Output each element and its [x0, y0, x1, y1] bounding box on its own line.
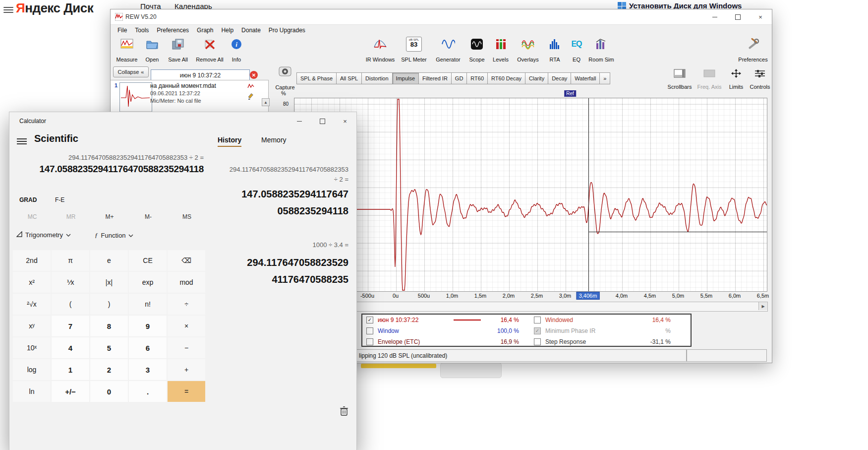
- function-dropdown[interactable]: ƒ Function: [95, 231, 133, 239]
- menu-pro-upgrades[interactable]: Pro Upgrades: [265, 27, 309, 34]
- yandex-logo[interactable]: Яндекс Диск: [16, 0, 93, 16]
- measurement-name[interactable]: на данный момент.mdat: [150, 82, 216, 89]
- key-subtract[interactable]: −: [168, 337, 205, 358]
- scroll-up-icon[interactable]: ▲: [262, 98, 270, 106]
- open-button[interactable]: Open: [141, 37, 163, 63]
- key-decimal[interactable]: .: [129, 381, 167, 402]
- menu-preferences[interactable]: Preferences: [153, 27, 193, 34]
- calculator-title-bar[interactable]: Calculator ×: [9, 112, 356, 130]
- tab-more[interactable]: »: [600, 72, 610, 84]
- freq-axis-button[interactable]: Freq. Axis: [694, 69, 724, 90]
- menu-icon[interactable]: [3, 5, 13, 13]
- ir-windows-button[interactable]: IR Windows: [365, 37, 396, 63]
- tab-decay[interactable]: Decay: [548, 72, 571, 84]
- info-button[interactable]: i Info: [228, 37, 245, 63]
- envelope-checkbox[interactable]: [366, 338, 373, 345]
- overlays-button[interactable]: Overlays: [514, 37, 542, 63]
- key-4[interactable]: 4: [52, 337, 89, 358]
- menu-graph[interactable]: Graph: [193, 27, 217, 34]
- trace-icon[interactable]: [247, 82, 254, 91]
- key-6[interactable]: 6: [129, 337, 167, 358]
- menu-tools[interactable]: Tools: [131, 27, 153, 34]
- collapse-button[interactable]: Collapse «: [113, 66, 149, 77]
- key-2nd[interactable]: 2nd: [13, 250, 51, 271]
- key-equals[interactable]: =: [168, 381, 205, 402]
- scroll-right-icon[interactable]: ▶: [758, 302, 767, 310]
- history-expression[interactable]: 294.117647058823529411764705882353: [230, 166, 348, 173]
- key-x-squared[interactable]: x²: [13, 272, 51, 293]
- close-icon[interactable]: ×: [334, 112, 356, 130]
- measurement-thumbnail[interactable]: [119, 82, 152, 116]
- windowed-checkbox[interactable]: [534, 317, 541, 323]
- rew-title-bar[interactable]: REW V5.20 ×: [111, 9, 772, 25]
- save-all-button[interactable]: Save All: [165, 37, 191, 63]
- trigonometry-dropdown[interactable]: Trigonometry: [16, 231, 71, 239]
- key-multiply[interactable]: ×: [168, 316, 205, 336]
- history-result[interactable]: 294.117647058823529: [247, 257, 348, 268]
- window-checkbox[interactable]: [366, 327, 373, 334]
- eq-button[interactable]: EQ EQ: [567, 37, 586, 63]
- remove-measurement-icon[interactable]: ✕: [250, 71, 258, 79]
- close-icon[interactable]: ×: [749, 9, 772, 24]
- history-result[interactable]: 147.0588235294117647: [241, 189, 348, 200]
- tab-gd[interactable]: GD: [452, 72, 467, 84]
- history-expression[interactable]: ÷ 2 =: [334, 176, 348, 183]
- key-exp[interactable]: exp: [129, 272, 167, 293]
- history-expression[interactable]: 1000 ÷ 3.4 =: [312, 241, 348, 249]
- controls-button[interactable]: Controls: [748, 69, 772, 90]
- tab-all-spl[interactable]: All SPL: [337, 72, 362, 84]
- memory-store-button[interactable]: MS: [168, 213, 206, 220]
- key-backspace[interactable]: ⌫: [168, 250, 205, 271]
- cursor-readout[interactable]: 3,406m: [577, 292, 600, 300]
- limits-button[interactable]: Limits: [725, 69, 747, 90]
- generator-button[interactable]: Generator: [433, 37, 463, 63]
- tab-distortion[interactable]: Distortion: [362, 72, 392, 84]
- key-9[interactable]: 9: [129, 316, 167, 336]
- tab-spl-phase[interactable]: SPL & Phase: [296, 72, 337, 84]
- tab-history[interactable]: History: [218, 136, 241, 147]
- tab-clarity[interactable]: Clarity: [525, 72, 548, 84]
- memory-add-button[interactable]: M+: [90, 213, 129, 220]
- tab-waterfall[interactable]: Waterfall: [571, 72, 600, 84]
- calculator-menu-icon[interactable]: [17, 137, 27, 144]
- preferences-button[interactable]: Preferences: [737, 37, 769, 63]
- key-divide[interactable]: ÷: [168, 294, 205, 315]
- key-factorial[interactable]: n!: [129, 294, 167, 315]
- key-square-root[interactable]: ²√x: [13, 294, 51, 315]
- menu-file[interactable]: File: [114, 27, 131, 34]
- key-pi[interactable]: π: [52, 250, 89, 271]
- scrollbars-button[interactable]: Scrollbars: [666, 69, 694, 90]
- key-log[interactable]: log: [13, 359, 51, 380]
- key-absolute[interactable]: |x|: [90, 272, 128, 293]
- key-0[interactable]: 0: [90, 381, 128, 402]
- spl-meter-button[interactable]: dB SPL83 SPL Meter: [399, 37, 429, 63]
- minimize-icon[interactable]: [288, 112, 311, 130]
- key-negate[interactable]: +/−: [52, 381, 89, 402]
- key-ln[interactable]: ln: [13, 381, 51, 402]
- key-open-paren[interactable]: (: [52, 294, 89, 315]
- key-8[interactable]: 8: [90, 316, 128, 336]
- maximize-icon[interactable]: [726, 9, 749, 24]
- key-1[interactable]: 1: [52, 359, 89, 380]
- key-add[interactable]: +: [168, 359, 205, 380]
- tab-rt60-decay[interactable]: RT60 Decay: [488, 72, 525, 84]
- minimum-phase-checkbox[interactable]: ✓: [534, 327, 541, 334]
- history-result[interactable]: 0588235294118: [278, 205, 349, 217]
- key-5[interactable]: 5: [90, 337, 128, 358]
- key-reciprocal[interactable]: ⅟x: [52, 272, 89, 293]
- room-sim-button[interactable]: Room Sim: [587, 37, 616, 63]
- minimize-icon[interactable]: [703, 9, 726, 24]
- measure-button[interactable]: Measure: [115, 37, 139, 63]
- key-mod[interactable]: mod: [168, 272, 205, 293]
- rta-button[interactable]: RTA: [545, 37, 564, 63]
- clear-history-icon[interactable]: [340, 406, 348, 418]
- tab-memory[interactable]: Memory: [261, 136, 287, 146]
- key-x-power-y[interactable]: xʸ: [13, 316, 51, 336]
- history-result[interactable]: 41176470588235: [272, 274, 348, 285]
- menu-help[interactable]: Help: [217, 27, 237, 34]
- tab-filtered-ir[interactable]: Filtered IR: [419, 72, 452, 84]
- tab-impulse[interactable]: Impulse: [393, 72, 419, 84]
- maximize-icon[interactable]: [311, 112, 334, 130]
- remove-all-button[interactable]: Remove All: [194, 37, 226, 63]
- angle-unit-button[interactable]: GRAD: [19, 196, 37, 203]
